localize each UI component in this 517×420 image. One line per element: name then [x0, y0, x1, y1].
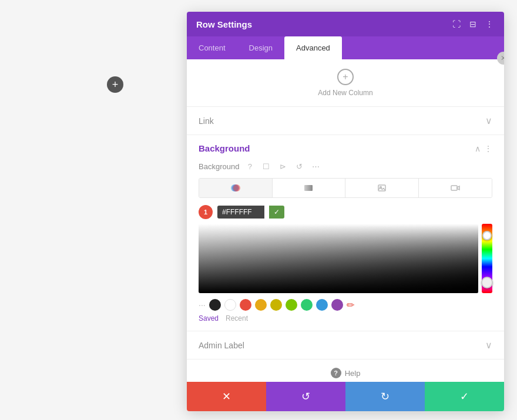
bg-options-icon[interactable]: ⋯ [310, 160, 321, 172]
swatch-orange[interactable] [255, 299, 267, 311]
expand-icon[interactable]: ⛶ [451, 19, 462, 29]
link-section-row[interactable]: Link ∨ [187, 107, 504, 135]
bg-type-tabs [199, 178, 492, 198]
swatches-more-icon[interactable]: ··· [199, 300, 206, 310]
bg-type-gradient[interactable] [273, 179, 346, 197]
swatch-red[interactable] [240, 299, 251, 311]
svg-rect-6 [451, 186, 457, 190]
color-gradient-canvas[interactable] [199, 224, 478, 293]
swatch-black[interactable] [209, 299, 221, 311]
cancel-button[interactable]: ✕ [187, 382, 266, 411]
add-column-area: + Add New Column [187, 59, 504, 107]
svg-rect-3 [304, 185, 313, 191]
saved-recent-tabs: Saved Recent [199, 314, 492, 322]
saved-tab[interactable]: Saved [199, 314, 219, 322]
help-link[interactable]: ? Help [331, 368, 361, 378]
bg-type-video[interactable] [419, 179, 492, 197]
swatch-white[interactable] [224, 299, 236, 311]
bg-collapse-icon[interactable]: ∧ [475, 144, 481, 153]
bg-help-icon[interactable]: ? [244, 160, 256, 172]
save-button[interactable]: ✓ [425, 382, 504, 411]
black-overlay [199, 224, 478, 293]
help-row: ? Help [187, 359, 504, 382]
row-settings-panel: Row Settings ⛶ ⊟ ⋮ Content Design Advanc… [187, 12, 504, 411]
hue-handle-top[interactable] [482, 231, 492, 240]
redo-button[interactable]: ↻ [345, 382, 425, 411]
add-column-button[interactable]: + [337, 69, 354, 85]
bg-reset-icon[interactable]: ↺ [293, 160, 305, 172]
swatch-purple[interactable] [331, 299, 343, 311]
undo-button[interactable]: ↺ [266, 382, 345, 411]
bg-section-title: Background [199, 143, 250, 153]
columns-icon[interactable]: ⊟ [468, 19, 478, 29]
panel-header-icons: ⛶ ⊟ ⋮ [451, 19, 495, 29]
admin-label-section[interactable]: Admin Label ∨ [187, 331, 504, 359]
gradient-canvas-container [199, 224, 492, 293]
panel-tabs: Content Design Advanced [187, 36, 504, 59]
admin-chevron-icon: ∨ [485, 340, 492, 351]
hue-slider[interactable] [482, 224, 492, 293]
swatch-light-green[interactable] [286, 299, 297, 311]
svg-point-2 [233, 184, 240, 191]
background-section: Background ∧ ⋮ Background ? ☐ ⊳ ↺ ⋯ [187, 135, 504, 331]
menu-icon[interactable]: ⋮ [484, 19, 495, 29]
color-number-badge: 1 [199, 205, 213, 219]
panel-body: + Add New Column Link ∨ Background ∧ ⋮ B… [187, 59, 504, 382]
add-column-label: Add New Column [318, 89, 372, 97]
color-apply-button[interactable]: ✓ [269, 206, 284, 219]
help-icon: ? [331, 368, 341, 378]
admin-label: Admin Label [199, 341, 244, 350]
swatch-yellow[interactable] [270, 299, 282, 311]
link-chevron-icon: ∨ [485, 115, 492, 126]
hue-handle-bottom[interactable] [481, 277, 493, 288]
recent-tab[interactable]: Recent [226, 314, 248, 322]
swatch-green[interactable] [301, 299, 313, 311]
bg-more-icon[interactable]: ⋮ [484, 144, 492, 153]
bg-sub-row: Background ? ☐ ⊳ ↺ ⋯ [199, 160, 492, 172]
hex-input[interactable] [217, 206, 264, 219]
panel-footer: ✕ ↺ ↻ ✓ [187, 382, 504, 411]
add-section-button[interactable]: + [107, 76, 123, 93]
bg-section-header: Background ∧ ⋮ [199, 143, 492, 153]
link-label: Link [199, 116, 214, 126]
tab-design[interactable]: Design [237, 36, 284, 59]
panel-title: Row Settings [196, 19, 252, 29]
tab-content[interactable]: Content [187, 36, 237, 59]
bg-label: Background [199, 162, 239, 171]
panel-header: Row Settings ⛶ ⊟ ⋮ [187, 12, 504, 36]
help-label: Help [345, 369, 361, 378]
bg-type-color[interactable] [199, 179, 273, 197]
tab-advanced[interactable]: Advanced [284, 36, 342, 59]
swatch-blue[interactable] [316, 299, 328, 311]
bg-device-icon[interactable]: ☐ [260, 160, 272, 172]
bg-type-image[interactable] [345, 179, 419, 197]
bg-section-controls: ∧ ⋮ [475, 144, 492, 153]
color-picker: 1 ✓ ··· [199, 205, 492, 322]
bg-hover-icon[interactable]: ⊳ [277, 160, 288, 172]
color-input-row: 1 ✓ [199, 205, 492, 219]
color-swatches-row: ··· ✎ [199, 299, 492, 311]
swatch-edit-icon[interactable]: ✎ [344, 298, 357, 312]
